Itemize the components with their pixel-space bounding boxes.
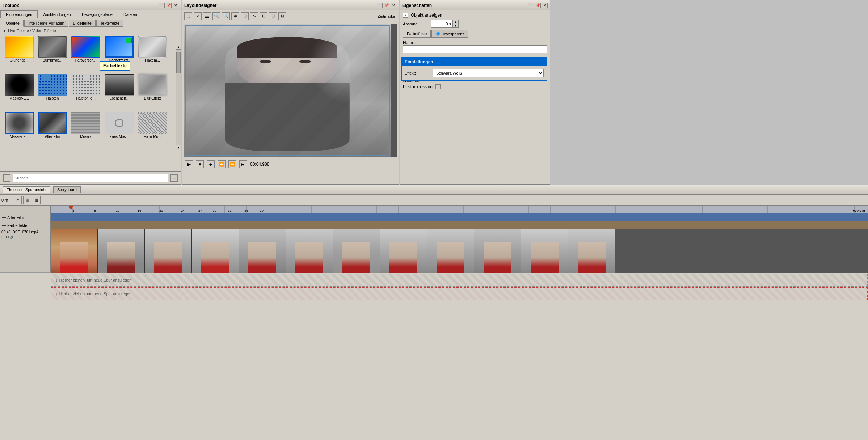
ld-playback-controls: ▶ ■ ⏮ ⏪ ⏩ ⏭ 00:04.988 — [182, 159, 399, 170]
ld-pin-btn[interactable]: 📌 — [384, 3, 389, 8]
ld-align-btn[interactable]: ⊡ — [278, 12, 286, 20]
effect-form[interactable]: Form-Mo... — [136, 112, 168, 149]
sub-tab-bildeffekte[interactable]: Bildeffekte — [69, 20, 96, 27]
tl-tab-storyboard[interactable]: Storyboard — [53, 186, 81, 193]
effect-thumb-farbverschie — [71, 36, 100, 58]
stop-btn[interactable]: ■ — [196, 160, 204, 168]
abstand-spinbox[interactable]: ▲ ▼ — [431, 20, 459, 28]
person-thumb-3 — [154, 242, 182, 273]
tl-tab-spuransicht[interactable]: Timeline - Spuransicht — [3, 186, 50, 193]
eig-minimize-btn[interactable]: _ — [528, 3, 534, 8]
effect-label-kreis: Kreis-Mos... — [109, 135, 128, 139]
track-content-alter-film[interactable] — [51, 213, 868, 221]
effect-kreis[interactable]: Kreis-Mos... — [103, 112, 135, 149]
add-btn[interactable]: + — [170, 174, 178, 182]
effect-placement[interactable]: Placem... — [136, 36, 168, 72]
effect-blur[interactable]: Blur-Effekt — [136, 74, 168, 110]
play-btn[interactable]: ▶ — [185, 160, 193, 168]
effect-masken[interactable]: Masken-E... — [3, 74, 35, 110]
drop-zone-1-text: ↓ Hierher ziehen, um neue Spur anzulegen… — [56, 278, 132, 282]
effect-gluhende[interactable]: Glühende... — [3, 36, 35, 72]
effect-farbverschie[interactable]: Farbversch... — [70, 36, 102, 72]
ld-check-btn[interactable]: ✓ — [194, 12, 202, 20]
rewind-btn[interactable]: ⏮ — [207, 160, 215, 168]
tab-transparenz[interactable]: 🔷 Transparenz — [431, 30, 468, 38]
sub-tab-intelligente[interactable]: Intelligente Vorlagen — [24, 20, 68, 27]
ld-zoom-out-btn[interactable]: 🔍 — [222, 12, 230, 20]
video-icon-2: ⊡ — [6, 235, 9, 239]
tl-ungroup-btn[interactable]: ▥ — [33, 196, 41, 204]
effect-bumpmap[interactable]: Bumpmap... — [37, 36, 68, 72]
ld-curve-btn[interactable]: ∿ — [250, 12, 258, 20]
eig-close-btn[interactable]: ✕ — [542, 3, 548, 8]
ld-close-btn[interactable]: ✕ — [391, 3, 396, 8]
ld-rect-btn[interactable]: ▬ — [203, 12, 211, 20]
toolbox-minimize-btn[interactable]: _ — [159, 3, 165, 8]
scroll-down-btn[interactable]: ▼ — [176, 145, 181, 150]
tab-dateien[interactable]: Dateien — [118, 10, 143, 18]
tab-ausblendungen[interactable]: Ausblendungen — [38, 10, 76, 18]
effect-alterfilm[interactable]: Alter Film Alter Film — [37, 112, 68, 149]
thumb-4 — [192, 229, 239, 273]
tab-farbeffekte[interactable]: Farbeffekte — [403, 30, 431, 38]
ld-grid-btn[interactable]: ⊞ — [241, 12, 249, 20]
prev-frame-btn[interactable]: ⏪ — [218, 160, 226, 168]
sub-tab-texteffekte[interactable]: Texteffekte — [96, 20, 123, 27]
scroll-up-btn[interactable]: ▲ — [176, 45, 181, 50]
effect-label-halbton: Halbton — [46, 96, 59, 100]
track-content-farbeffekte[interactable] — [51, 221, 868, 229]
objekt-anzeigen-checkbox[interactable]: ✓ — [403, 13, 408, 18]
effect-ebeneneff[interactable]: Ebeneneff... — [103, 74, 135, 110]
remove-btn[interactable]: − — [3, 174, 10, 182]
thumb-6 — [286, 229, 333, 273]
ld-add-btn[interactable]: ⊞ — [260, 12, 267, 20]
effect-farbeffekte[interactable]: Farbeffekte Farbeffekte — [103, 36, 135, 72]
tl-scissors-btn[interactable]: ✂ — [14, 196, 22, 204]
ld-video-preview — [184, 24, 391, 157]
video-info-panel: 00:40, DSC_0701.mp4 ⊞ ⊡ 🔊 — [0, 229, 51, 273]
tab-bewegungspfade[interactable]: Bewegungspfade — [76, 10, 118, 18]
ff-btn[interactable]: ⏭ — [239, 160, 247, 168]
effects-section-header: ▼ Live-Effekte / Video-Effekte — [0, 27, 181, 34]
timeline-header: Timeline - Spuransicht Storyboard — [0, 185, 868, 195]
effect-label-ebeneneff: Ebeneneff... — [109, 96, 129, 100]
timeline-toolbar: 0 m ✂ ▦ ▥ — [0, 195, 868, 206]
abstand-down[interactable]: ▼ — [453, 24, 459, 28]
track-alter-film: — Alter Film — [0, 213, 868, 221]
layoutdesigner-controls: _ 📌 ✕ — [377, 3, 396, 8]
name-row: Name: — [403, 40, 547, 55]
tab-einblendungen[interactable]: Einblendungen — [0, 10, 38, 18]
search-input[interactable] — [13, 174, 168, 182]
effect-halbton2[interactable]: Halbton, e... — [70, 74, 102, 110]
track-name-farbeffekte: Farbeffekte — [7, 223, 27, 228]
ld-zoom3-btn[interactable]: ⊕ — [231, 12, 239, 20]
toolbox-scrollbar[interactable]: ▲ ▼ — [176, 45, 181, 150]
effect-thumb-gluhende — [5, 36, 34, 58]
toolbox-close-btn[interactable]: ✕ — [173, 3, 178, 8]
ld-sub-btn[interactable]: ⊟ — [269, 12, 277, 20]
effekt-select[interactable]: Schwarz/Weiß Sepia Farbe invertieren Hel… — [433, 69, 544, 77]
drop-zone-1[interactable]: ↓ Hierher ziehen, um neue Spur anzulegen… — [51, 274, 868, 287]
sub-tab-objekte[interactable]: Objekte — [2, 20, 24, 27]
ld-select-btn[interactable]: ⬚ — [184, 12, 192, 20]
postprocessing-checkbox[interactable] — [435, 84, 441, 89]
effect-halbton[interactable]: Halbton — [37, 74, 68, 110]
next-frame-btn[interactable]: ⏩ — [228, 160, 236, 168]
scroll-thumb[interactable] — [176, 52, 181, 73]
thumb-7 — [333, 229, 380, 273]
effect-maskierte[interactable]: Maskierte... — [3, 112, 35, 149]
name-input[interactable] — [403, 45, 547, 53]
person-thumb-11 — [531, 242, 559, 273]
thumb-1 — [51, 229, 98, 273]
effect-mosaik[interactable]: Mosaik — [70, 112, 102, 149]
ld-zoom-in-btn[interactable]: 🔍 — [212, 12, 220, 20]
eig-pin-btn[interactable]: 📌 — [535, 3, 541, 8]
ld-minimize-btn[interactable]: _ — [377, 3, 383, 8]
ruler-left-spacer — [0, 206, 51, 213]
tl-group-btn[interactable]: ▦ — [23, 196, 31, 204]
abstand-up[interactable]: ▲ — [453, 20, 459, 24]
drop-zone-2[interactable]: ↓ Hierher ziehen, um neue Spur anzulegen… — [51, 287, 868, 300]
toolbox-pin-btn[interactable]: 📌 — [166, 3, 172, 8]
abstand-row: Abstand: ▲ ▼ — [403, 20, 547, 28]
abstand-input[interactable] — [431, 20, 453, 28]
